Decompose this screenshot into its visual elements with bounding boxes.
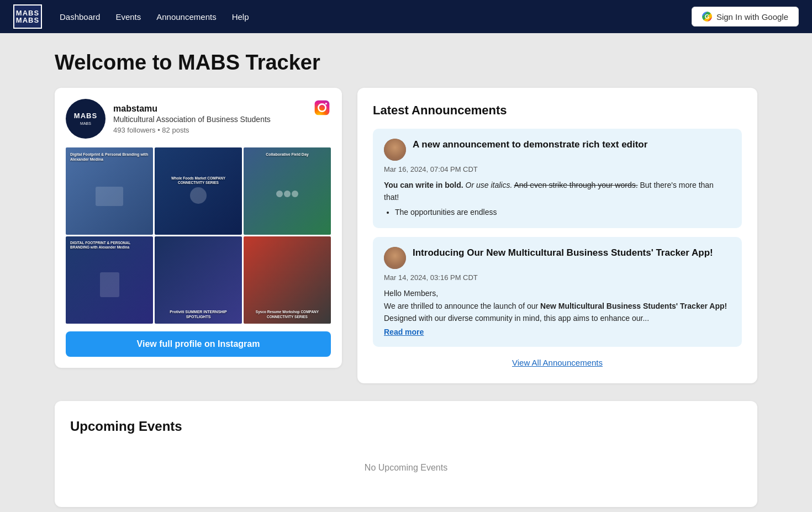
events-section: Upcoming Events No Upcoming Events xyxy=(55,401,757,507)
post-text-1: Digital Footprint & Personal Branding wi… xyxy=(70,152,149,162)
view-all-announcements-container: View All Announcements xyxy=(373,358,742,368)
ann-header-1: A new announcement to demonstrate rich t… xyxy=(384,139,731,161)
announcements-section: Latest Announcements A new announcement … xyxy=(357,88,757,383)
avatar-logo-big: MABS xyxy=(74,112,97,120)
post-text-6: Sysco Resume Workshop COMPANY CONNECTIVI… xyxy=(248,310,326,319)
ann-body-2: Hello Members, We are thrilled to announ… xyxy=(384,287,731,324)
instagram-header: MABS MABS mabstamu Multicultural Associa… xyxy=(66,99,331,139)
instagram-post-6[interactable]: Sysco Resume Workshop COMPANY CONNECTIVI… xyxy=(244,236,331,324)
instagram-post-3[interactable]: Collaborative Field Day xyxy=(244,147,331,235)
nav-link-events[interactable]: Events xyxy=(115,12,141,22)
post-text-3: Collaborative Field Day xyxy=(266,152,308,157)
post-text-4: DIGITAL FOOTPRINT & PERSONAL BRANDING wi… xyxy=(70,241,149,250)
instagram-post-2[interactable]: Whole Foods Market COMPANY CONNECTIVITY … xyxy=(155,147,242,235)
sign-in-label: Sign In with Google xyxy=(716,12,788,22)
ann-date-1: Mar 16, 2024, 07:04 PM CDT xyxy=(384,165,731,173)
ann-body-1: You can write in bold. Or use italics. A… xyxy=(384,179,731,218)
instagram-username: mabstamu xyxy=(113,104,271,114)
events-title: Upcoming Events xyxy=(70,419,742,434)
nav-link-dashboard[interactable]: Dashboard xyxy=(60,12,100,22)
ann-date-2: Mar 14, 2024, 03:16 PM CDT xyxy=(384,273,731,282)
nav-left: MABS MABS Dashboard Events Announcements… xyxy=(13,4,249,29)
ann-bullet-1: The opportunities are endless xyxy=(395,206,731,218)
page-body: Welcome to MABS Tracker MABS MABS mabsta… xyxy=(41,33,771,512)
logo[interactable]: MABS MABS xyxy=(13,4,42,29)
instagram-post-4[interactable]: DIGITAL FOOTPRINT & PERSONAL BRANDING wi… xyxy=(66,236,153,324)
sign-in-button[interactable]: G Sign In with Google xyxy=(692,7,799,27)
ann-title-2: Introducing Our New Multicultural Busine… xyxy=(413,247,713,259)
instagram-post-1[interactable]: Digital Footprint & Personal Branding wi… xyxy=(66,147,153,235)
instagram-card: MABS MABS mabstamu Multicultural Associa… xyxy=(55,88,342,368)
google-icon: G xyxy=(702,12,712,22)
read-more-link[interactable]: Read more xyxy=(384,328,424,336)
svg-rect-0 xyxy=(315,101,330,115)
announcements-card: Latest Announcements A new announcement … xyxy=(357,88,757,383)
page-title: Welcome to MABS Tracker xyxy=(55,51,757,75)
avatar-logo-small: MABS xyxy=(74,122,97,126)
view-instagram-profile-button[interactable]: View full profile on Instagram xyxy=(66,331,331,357)
ann-header-2: Introducing Our New Multicultural Busine… xyxy=(384,247,731,269)
ann-title-1: A new announcement to demonstrate rich t… xyxy=(413,139,647,151)
instagram-grid: Digital Footprint & Personal Branding wi… xyxy=(66,147,331,324)
ann-avatar-face-1 xyxy=(384,139,406,161)
ann-avatar-2 xyxy=(384,247,406,269)
view-profile-label: View full profile on Instagram xyxy=(137,339,260,349)
instagram-post-5[interactable]: Protiviti SUMMER INTERNSHIP SPOTLIGHTS xyxy=(155,236,242,324)
view-all-announcements-link[interactable]: View All Announcements xyxy=(512,358,603,367)
navigation: MABS MABS Dashboard Events Announcements… xyxy=(0,0,812,33)
post-text-5: Protiviti SUMMER INTERNSHIP SPOTLIGHTS xyxy=(159,309,238,319)
post-text-2: Whole Foods Market COMPANY CONNECTIVITY … xyxy=(159,176,238,186)
main-content: MABS MABS mabstamu Multicultural Associa… xyxy=(55,88,757,383)
instagram-stats: 493 followers • 82 posts xyxy=(113,126,271,134)
instagram-fullname: Multicultural Association of Business St… xyxy=(113,115,271,124)
instagram-info: mabstamu Multicultural Association of Bu… xyxy=(113,104,271,134)
nav-link-help[interactable]: Help xyxy=(232,12,249,22)
announcement-item-1: A new announcement to demonstrate rich t… xyxy=(373,129,742,228)
announcement-item-2: Introducing Our New Multicultural Busine… xyxy=(373,237,742,347)
instagram-icon xyxy=(313,99,331,117)
instagram-section: MABS MABS mabstamu Multicultural Associa… xyxy=(55,88,342,368)
avatar: MABS MABS xyxy=(66,99,106,139)
nav-link-announcements[interactable]: Announcements xyxy=(156,12,216,22)
announcements-title: Latest Announcements xyxy=(373,103,742,118)
nav-links: Dashboard Events Announcements Help xyxy=(60,12,249,22)
ann-avatar-1 xyxy=(384,139,406,161)
svg-point-2 xyxy=(325,103,327,104)
no-events-message: No Upcoming Events xyxy=(70,452,742,489)
ann-avatar-face-2 xyxy=(384,247,406,269)
